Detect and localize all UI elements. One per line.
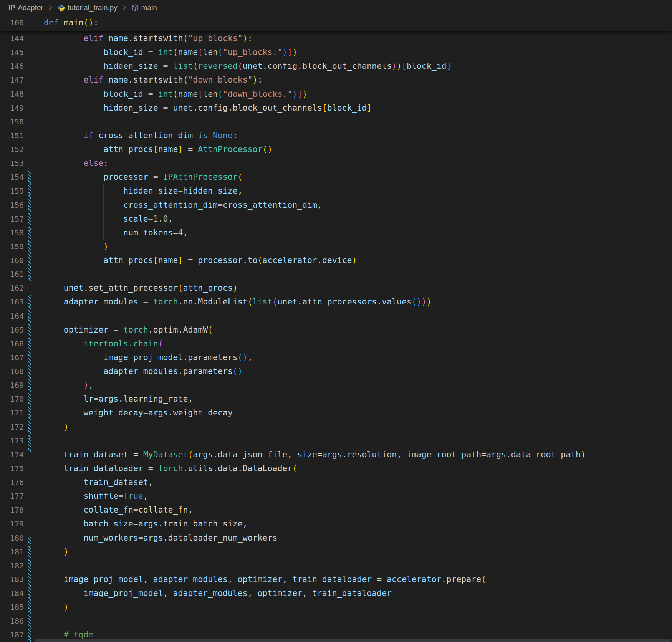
code-text: else: <box>44 156 108 170</box>
gutter-diff-indicator[interactable] <box>28 420 31 434</box>
code-line[interactable]: 167image_proj_model.parameters(), <box>0 351 672 364</box>
code-line[interactable]: 153else: <box>0 156 672 170</box>
gutter-diff-indicator[interactable] <box>28 351 31 364</box>
code-line[interactable]: 144elif name.startswith("up_blocks"): <box>0 31 672 45</box>
line-number: 164 <box>0 309 24 323</box>
sticky-scroll-header[interactable]: 100def main(): <box>0 15 672 31</box>
indent-guide <box>84 101 84 115</box>
gutter-diff-indicator[interactable] <box>28 295 31 309</box>
code-line[interactable]: 155hidden_size=hidden_size, <box>0 184 672 198</box>
indent-guide <box>64 184 64 198</box>
line-number: 169 <box>0 378 24 392</box>
indent-guide <box>44 73 44 87</box>
code-line[interactable]: 154processor = IPAttnProcessor( <box>0 170 672 184</box>
breadcrumb-item-symbol[interactable]: main <box>141 3 157 12</box>
gutter-diff-indicator[interactable] <box>28 531 31 545</box>
gutter-diff-indicator[interactable] <box>28 184 31 198</box>
code-line[interactable]: 184image_proj_model, adapter_modules, op… <box>0 586 672 600</box>
code-line[interactable]: 147elif name.startswith("down_blocks"): <box>0 73 672 87</box>
gutter-diff-indicator[interactable] <box>28 309 31 323</box>
gutter-diff-indicator[interactable] <box>28 267 31 281</box>
code-viewport[interactable]: 144elif name.startswith("up_blocks"):145… <box>0 31 672 642</box>
code-line[interactable]: 175train_dataloader = torch.utils.data.D… <box>0 462 672 475</box>
breadcrumb-item-file[interactable]: tutorial_train.py <box>68 3 118 12</box>
gutter-diff-indicator[interactable] <box>28 392 31 406</box>
gutter-diff-indicator[interactable] <box>28 253 31 267</box>
code-line[interactable]: 170lr=args.learning_rate, <box>0 392 672 406</box>
code-line[interactable]: 166itertools.chain( <box>0 337 672 351</box>
code-line[interactable]: 172) <box>0 420 672 434</box>
code-line[interactable]: 186 <box>0 614 672 628</box>
code-text: hidden_size = list(reversed(unet.config.… <box>44 59 451 73</box>
code-line[interactable]: 159) <box>0 240 672 253</box>
gutter-diff-indicator[interactable] <box>28 240 31 253</box>
gutter-diff-indicator[interactable] <box>28 378 31 392</box>
gutter-diff-indicator[interactable] <box>28 337 31 351</box>
code-line[interactable]: 168adapter_modules.parameters() <box>0 364 672 378</box>
code-line[interactable]: 176train_dataset, <box>0 475 672 489</box>
code-line[interactable]: 150 <box>0 115 672 129</box>
gutter-diff-slot <box>28 87 31 101</box>
code-line[interactable]: 182 <box>0 559 672 573</box>
gutter-diff-indicator[interactable] <box>28 448 31 462</box>
code-line[interactable]: 180num_workers=args.dataloader_num_worke… <box>0 531 672 545</box>
indent-guide <box>44 87 44 101</box>
gutter-diff-indicator[interactable] <box>28 545 31 559</box>
gutter-diff-indicator[interactable] <box>28 198 31 212</box>
gutter-diff-slot <box>28 517 31 531</box>
gutter-diff-indicator[interactable] <box>28 226 31 240</box>
gutter-diff-indicator[interactable] <box>28 115 31 129</box>
indent-guide <box>64 364 64 378</box>
code-line[interactable]: 185) <box>0 600 672 614</box>
code-line[interactable]: 164 <box>0 309 672 323</box>
code-line[interactable]: 152attn_procs[name] = AttnProcessor() <box>0 142 672 156</box>
code-line[interactable]: 158num_tokens=4, <box>0 226 672 240</box>
gutter-diff-indicator[interactable] <box>28 364 31 378</box>
code-line[interactable]: 163adapter_modules = torch.nn.ModuleList… <box>0 295 672 309</box>
code-line[interactable]: 177shuffle=True, <box>0 489 672 503</box>
indent-guide <box>84 170 84 184</box>
code-text: optimizer = torch.optim.AdamW( <box>44 323 213 337</box>
code-line[interactable]: 165optimizer = torch.optim.AdamW( <box>0 323 672 337</box>
indent-guide <box>64 586 64 600</box>
code-line[interactable]: 183image_proj_model, adapter_modules, op… <box>0 573 672 586</box>
gutter-diff-indicator[interactable] <box>28 434 31 448</box>
gutter-diff-indicator[interactable] <box>28 573 31 586</box>
indent-guide <box>64 475 64 489</box>
line-number: 145 <box>0 45 24 59</box>
code-line[interactable]: 162unet.set_attn_processor(attn_procs) <box>0 281 672 295</box>
gutter-diff-slot <box>28 31 31 45</box>
code-line[interactable]: 173 <box>0 434 672 448</box>
code-line[interactable]: 145block_id = int(name[len("up_blocks.")… <box>0 45 672 59</box>
code-line[interactable]: 169), <box>0 378 672 392</box>
gutter-diff-indicator[interactable] <box>28 406 31 420</box>
indent-guide <box>64 212 64 226</box>
code-line[interactable]: 148block_id = int(name[len("down_blocks.… <box>0 87 672 101</box>
breadcrumb-item-project[interactable]: IP-Adapter <box>8 3 43 12</box>
code-text: image_proj_model, adapter_modules, optim… <box>44 573 486 586</box>
code-line[interactable]: 160attn_procs[name] = processor.to(accel… <box>0 253 672 267</box>
code-line[interactable]: 181) <box>0 545 672 559</box>
gutter-diff-indicator[interactable] <box>28 323 31 337</box>
indent-guide <box>44 156 44 170</box>
code-line[interactable]: 179batch_size=args.train_batch_size, <box>0 517 672 531</box>
code-line[interactable]: 151if cross_attention_dim is None: <box>0 129 672 142</box>
code-line[interactable]: 156cross_attention_dim=cross_attention_d… <box>0 198 672 212</box>
code-line[interactable]: 161 <box>0 267 672 281</box>
code-line[interactable]: 178collate_fn=collate_fn, <box>0 503 672 517</box>
code-line[interactable]: 171weight_decay=args.weight_decay <box>0 406 672 420</box>
gutter-diff-indicator[interactable] <box>28 628 31 642</box>
code-line[interactable]: 157scale=1.0, <box>0 212 672 226</box>
horizontal-scrollbar[interactable] <box>35 639 671 642</box>
line-number: 149 <box>0 101 24 115</box>
gutter-diff-indicator[interactable] <box>28 212 31 226</box>
code-line[interactable]: 100def main(): <box>0 15 672 31</box>
code-line[interactable]: 146hidden_size = list(reversed(unet.conf… <box>0 59 672 73</box>
code-line[interactable]: 149hidden_size = unet.config.block_out_c… <box>0 101 672 115</box>
code-line[interactable]: 174train_dataset = MyDataset(args.data_j… <box>0 448 672 462</box>
gutter-diff-indicator[interactable] <box>28 600 31 614</box>
gutter-diff-indicator[interactable] <box>28 559 31 573</box>
gutter-diff-indicator[interactable] <box>28 586 31 600</box>
gutter-diff-indicator[interactable] <box>28 170 31 184</box>
gutter-diff-indicator[interactable] <box>28 614 31 628</box>
